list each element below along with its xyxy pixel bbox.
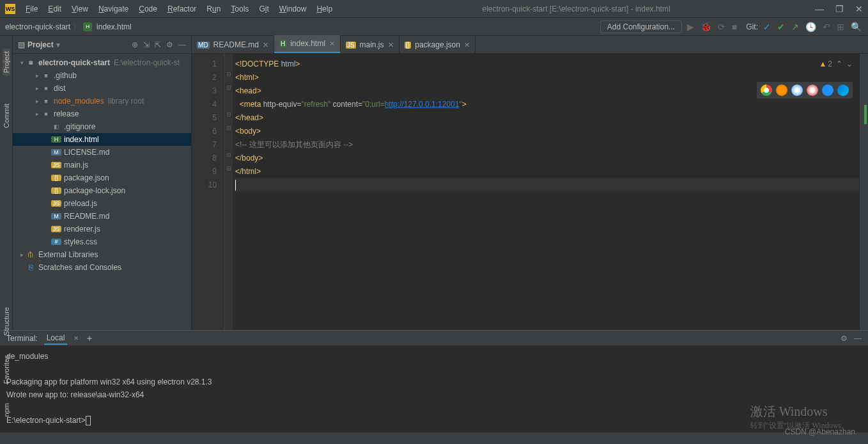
navigation-bar: electron-quick-start 〉 H index.html Add … xyxy=(0,18,868,36)
expand-all-icon[interactable]: ⇲ xyxy=(143,40,150,49)
terminal-cursor xyxy=(86,416,91,425)
tree-item-styles-css[interactable]: #styles.css xyxy=(13,235,191,248)
collapse-all-icon[interactable]: ⇱ xyxy=(155,40,161,49)
tab-close-icon[interactable]: ✕ xyxy=(464,41,470,49)
next-highlight-icon[interactable]: ⌄ xyxy=(846,58,853,71)
editor-tab-README-md[interactable]: MDREADME.md✕ xyxy=(192,36,274,53)
tab-close-icon[interactable]: ✕ xyxy=(263,41,268,49)
library-icon: ⫛ xyxy=(26,250,36,259)
npm-tool-tab[interactable]: npm xyxy=(3,403,10,416)
safari-icon[interactable] xyxy=(791,84,803,96)
tree-item-index-html[interactable]: Hindex.html xyxy=(13,133,191,146)
expand-arrow-icon[interactable]: ▸ xyxy=(33,85,41,91)
git-push-icon[interactable]: ↗ xyxy=(790,22,800,32)
menu-navigate[interactable]: Navigate xyxy=(93,4,134,13)
menu-file[interactable]: File xyxy=(20,4,43,13)
tree-item-LICENSE-md[interactable]: MLICENSE.md xyxy=(13,146,191,159)
tree-item-label: README.md xyxy=(64,212,109,221)
breadcrumb-root[interactable]: electron-quick-start xyxy=(5,22,70,31)
tree-item-main-js[interactable]: JSmain.js xyxy=(13,159,191,171)
ie-icon[interactable] xyxy=(822,84,833,96)
tree-item-label: renderer.js xyxy=(64,225,100,234)
stop-icon[interactable]: ■ xyxy=(731,22,738,32)
tree-item-release[interactable]: ▸■release xyxy=(13,107,191,120)
breadcrumb-file[interactable]: index.html xyxy=(97,22,132,31)
tree-item-label: .github xyxy=(54,71,77,80)
git-label: Git: xyxy=(746,22,758,31)
tree-item-package-json[interactable]: {}package.json xyxy=(13,171,191,184)
edge-icon[interactable] xyxy=(837,84,849,96)
tree-item--github[interactable]: ▸■.github xyxy=(13,69,191,82)
tree-item-label: node_modules xyxy=(54,97,104,106)
external-libraries[interactable]: ▸⫛ External Libraries xyxy=(13,248,191,261)
add-configuration-button[interactable]: Add Configuration... xyxy=(600,20,682,33)
prev-highlight-icon[interactable]: ⌃ xyxy=(836,58,842,71)
expand-arrow-icon[interactable]: ▸ xyxy=(33,72,41,79)
debug-icon[interactable]: 🐞 xyxy=(699,22,713,32)
tree-root[interactable]: ▾ ■ electron-quick-start E:\electron-qui… xyxy=(13,56,191,69)
tree-item-renderer-js[interactable]: JSrenderer.js xyxy=(13,223,191,235)
terminal-settings-icon[interactable]: ⚙ xyxy=(841,334,848,343)
scratches-consoles[interactable]: ⎘ Scratches and Consoles xyxy=(13,261,191,274)
tab-close-icon[interactable]: ✕ xyxy=(388,41,394,49)
menu-code[interactable]: Code xyxy=(134,4,162,13)
minimize-button[interactable]: — xyxy=(815,4,824,14)
tree-item-preload-js[interactable]: JSpreload.js xyxy=(13,197,191,210)
tree-item-README-md[interactable]: MREADME.md xyxy=(13,210,191,223)
search-everywhere-icon[interactable]: 🔍 xyxy=(849,22,863,32)
project-dropdown-icon[interactable]: ▾ xyxy=(56,40,60,49)
tree-item-label: main.js xyxy=(64,161,88,170)
tree-item--gitignore[interactable]: ◧.gitignore xyxy=(13,120,191,133)
tree-item-node_modules[interactable]: ▸■node_moduleslibrary root xyxy=(13,95,191,107)
select-opened-file-icon[interactable]: ⊕ xyxy=(132,40,138,49)
project-tree[interactable]: ▾ ■ electron-quick-start E:\electron-qui… xyxy=(13,54,191,330)
favorites-tool-tab[interactable]: Favorites xyxy=(3,355,10,384)
history-icon[interactable]: 🕓 xyxy=(804,22,818,32)
css-icon: # xyxy=(51,239,61,245)
project-tool-tab[interactable]: Project xyxy=(3,49,10,75)
tree-item-package-lock-json[interactable]: {}package-lock.json xyxy=(13,184,191,197)
terminal-body[interactable]: de_modules Packaging app for platform wi… xyxy=(0,346,868,432)
terminal-tab-local[interactable]: Local xyxy=(44,332,68,345)
tree-item-dist[interactable]: ▸■dist xyxy=(13,82,191,95)
menu-git[interactable]: Git xyxy=(254,4,274,13)
menu-view[interactable]: View xyxy=(66,4,93,13)
menu-edit[interactable]: Edit xyxy=(43,4,66,13)
commit-tool-tab[interactable]: Commit xyxy=(3,101,10,131)
menu-tools[interactable]: Tools xyxy=(226,4,254,13)
browser-preview-toolbar xyxy=(757,82,853,99)
terminal-hide-icon[interactable]: — xyxy=(854,334,862,343)
code-content[interactable]: <!DOCTYPE html> <html> <head> <meta http… xyxy=(233,54,859,330)
editor-scrollbar[interactable] xyxy=(859,54,868,330)
editor-tab-main-js[interactable]: JSmain.js✕ xyxy=(341,36,399,53)
menu-refactor[interactable]: Refactor xyxy=(162,4,201,13)
terminal-new-tab-icon[interactable]: ＋ xyxy=(85,333,94,344)
settings-icon[interactable]: ⚙ xyxy=(166,40,173,49)
scratches-icon: ⎘ xyxy=(26,263,36,272)
coverage-icon[interactable]: ⟳ xyxy=(717,22,727,32)
expand-arrow-icon[interactable]: ▸ xyxy=(33,111,41,117)
hide-panel-icon[interactable]: — xyxy=(178,40,186,49)
tab-close-icon[interactable]: ✕ xyxy=(329,40,335,48)
menu-help[interactable]: Help xyxy=(311,4,337,13)
terminal-tab-close-icon[interactable]: ✕ xyxy=(74,335,79,342)
structure-tool-tab[interactable]: Structure xyxy=(3,307,10,336)
menu-window[interactable]: Window xyxy=(274,4,312,13)
warnings-indicator[interactable]: ▲2 xyxy=(819,58,832,71)
editor-tab-index-html[interactable]: Hindex.html✕ xyxy=(274,35,341,53)
git-commit-icon[interactable]: ✔ xyxy=(776,22,786,32)
menu-run[interactable]: Run xyxy=(201,4,226,13)
run-icon[interactable]: ▶ xyxy=(686,22,695,32)
maximize-button[interactable]: ❐ xyxy=(835,4,844,14)
expand-arrow-icon[interactable]: ▾ xyxy=(18,59,26,66)
code-area[interactable]: 12345678910 ⊟⊟⊟⊟⊟⊟ <!DOCTYPE html> <html… xyxy=(192,54,868,330)
chrome-icon[interactable] xyxy=(761,84,772,96)
close-button[interactable]: ✕ xyxy=(855,4,863,14)
ide-update-icon[interactable]: ⊞ xyxy=(835,22,846,32)
revert-icon[interactable]: ↶ xyxy=(821,22,832,32)
opera-icon[interactable] xyxy=(807,84,818,96)
expand-arrow-icon[interactable]: ▸ xyxy=(33,98,41,104)
git-pull-icon[interactable]: ✓ xyxy=(762,22,772,32)
editor-tab-package-json[interactable]: {}package.json✕ xyxy=(399,36,476,53)
firefox-icon[interactable] xyxy=(776,84,787,96)
